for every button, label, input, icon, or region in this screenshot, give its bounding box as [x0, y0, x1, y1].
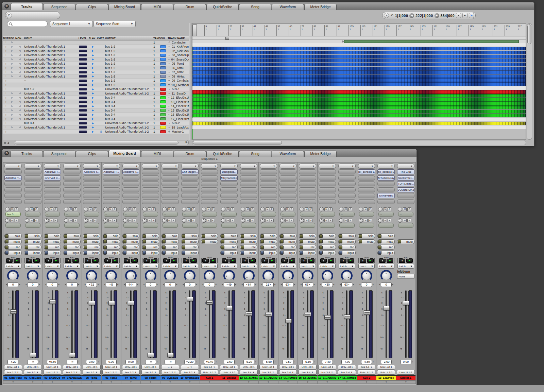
move-handle-icon[interactable]: ↕ [3, 83, 8, 86]
move-handle-icon[interactable]: ↕ [3, 58, 8, 61]
pan-value[interactable]: <64 [243, 283, 254, 287]
track-lanes[interactable] [192, 43, 526, 139]
close-icon[interactable]: ✕ [4, 151, 9, 155]
input-assignment[interactable]: Univ...olt 1 [338, 365, 356, 370]
pan-right-icon[interactable]: ▸ [39, 283, 40, 286]
send-destination[interactable]: -- [123, 212, 139, 217]
color-swatch[interactable] [160, 105, 168, 108]
auto-play-button[interactable]: ▶ [230, 258, 236, 263]
play-enable-icon[interactable]: ▶ [89, 58, 97, 61]
fader-value[interactable]: 0.00 [86, 360, 97, 364]
audio-clip-bar[interactable] [192, 63, 526, 66]
output-assignment[interactable]: bus 1-2▼ [24, 370, 42, 375]
play-enable-icon[interactable]: ▶ [89, 92, 97, 95]
color-swatch[interactable] [160, 83, 168, 86]
input-button[interactable]: input [122, 251, 140, 255]
track-input[interactable]: bus 3-4 [24, 121, 79, 125]
timeline-lane[interactable] [192, 125, 526, 129]
send-knob[interactable] [202, 207, 206, 211]
output-assignment[interactable]: bus 1-2▼ [122, 370, 140, 375]
insert-slot[interactable] [397, 199, 414, 204]
track-output[interactable]: Universal Audio Thunderbolt 1-2 [105, 92, 153, 95]
folddown-dropdown[interactable]: None [397, 274, 414, 279]
insert-slot[interactable] [24, 169, 41, 174]
send-mute-button[interactable]: M [128, 207, 132, 211]
mute-button[interactable]: mute [63, 239, 81, 244]
strip-config-dropdown[interactable]: ▼ [103, 164, 120, 169]
counter-aux[interactable]: 884|000 [441, 14, 455, 18]
move-handle-icon[interactable]: ↕ [3, 113, 8, 116]
move-handle-icon[interactable]: ↕ [3, 88, 8, 91]
send-pre-button[interactable]: P [368, 207, 372, 211]
track-name[interactable]: ~16_ElecGtr2Mic2 [168, 113, 189, 116]
rec-button[interactable]: rec [162, 245, 179, 250]
timeline-marker[interactable] [225, 37, 229, 40]
rec-arm-icon[interactable]: ⊳ [8, 66, 15, 69]
tab-tracks[interactable]: Tracks [11, 151, 43, 157]
track-input[interactable]: Universal Audio Thunderbolt 1 [24, 109, 79, 112]
track-input[interactable]: -- [24, 79, 79, 82]
mute-button[interactable]: mute [338, 239, 356, 244]
auto-record-button[interactable]: ● [65, 258, 71, 263]
monitor-icon[interactable]: ⊲ [15, 113, 24, 116]
send-pre-button[interactable]: P [54, 219, 58, 222]
fader-cap[interactable] [89, 301, 95, 305]
send-knob[interactable] [241, 218, 245, 223]
fader-minus-icon[interactable]: − [320, 361, 321, 363]
solo-button[interactable]: solo [377, 234, 395, 238]
send-pre-button[interactable]: P [231, 219, 234, 222]
output-assignment[interactable]: bus 1-2▼ [4, 370, 22, 375]
fader-plus-icon[interactable]: + [58, 361, 60, 363]
pan-knob[interactable] [282, 270, 294, 282]
take-number[interactable]: 1 [153, 96, 160, 99]
insert-slot[interactable] [83, 187, 100, 192]
insert-slot[interactable] [358, 181, 375, 186]
auto-play-button[interactable]: ▶ [190, 258, 197, 263]
fader-value[interactable]: -5.20 [243, 360, 254, 364]
send-mute-button[interactable]: M [69, 207, 73, 211]
pan-value[interactable]: 0 [27, 283, 38, 287]
move-handle-icon[interactable]: ↕ [3, 126, 8, 129]
automation-mode-dropdown[interactable]: Latch▼ [103, 264, 120, 269]
send-pre-button[interactable]: P [231, 207, 234, 211]
send-pre-button[interactable]: P [309, 207, 313, 211]
track-name[interactable]: ~04_SnareDown [168, 58, 189, 61]
monitor-icon[interactable]: ⊲ [15, 66, 24, 69]
track-input[interactable]: Universal Audio Thunderbolt 1 [24, 104, 79, 108]
monitor-icon[interactable]: ⊲ [15, 58, 24, 61]
monitor-icon[interactable]: ⊲ [15, 109, 24, 112]
track-input[interactable]: Universal Audio Thunderbolt 1 [24, 45, 79, 48]
insert-slot[interactable]: VUMeterMK3 [397, 187, 414, 192]
tab-quickscribe[interactable]: QuickScribe [206, 4, 239, 10]
send-destination[interactable]: -- [45, 223, 60, 228]
strip-name[interactable]: 15_El...r2Mic1 [298, 375, 317, 380]
auto-play-button[interactable]: ▶ [347, 258, 354, 263]
track-output[interactable]: bus 1-2 [105, 49, 153, 53]
input-button[interactable]: input [260, 251, 277, 255]
track-name[interactable]: ≈10_Overheads [168, 83, 189, 87]
color-swatch[interactable] [160, 71, 168, 74]
strip-config-dropdown[interactable]: ▼ [24, 164, 41, 169]
pan-left-icon[interactable]: ◂ [183, 283, 184, 286]
send-mute-button[interactable]: M [285, 219, 289, 222]
fader-track[interactable] [366, 290, 367, 358]
send-pre-button[interactable]: P [388, 219, 391, 222]
auto-record-button[interactable]: ● [45, 258, 52, 263]
fader-cap[interactable] [10, 309, 17, 314]
rec-button[interactable]: rec [319, 245, 336, 250]
insert-slot[interactable] [162, 193, 179, 198]
track-row[interactable]: ↕⊳⊲Universal Audio Thunderbolt 1▶bus 3-4… [3, 108, 189, 113]
pan-right-icon[interactable]: ▸ [78, 283, 80, 286]
send-destination[interactable]: -- [241, 223, 256, 228]
play-enable-icon[interactable]: ▶ [89, 100, 97, 103]
track-input[interactable]: Universal Audio Thunderbolt 1 [24, 53, 79, 57]
track-row[interactable]: ↕⊳⊲Universal Audio Thunderbolt 1▶bus 1-2… [3, 74, 189, 79]
input-button[interactable]: input [83, 251, 100, 255]
fader-cap[interactable] [266, 312, 272, 317]
input-button[interactable]: input [63, 251, 81, 255]
counter-dropdown-icon[interactable]: ▾ [456, 13, 461, 18]
track-name[interactable]: ~18_LeadVox [168, 126, 189, 129]
automation-mode-dropdown[interactable]: Latch▼ [378, 264, 394, 269]
fader-track[interactable] [169, 290, 171, 358]
track-row[interactable]: ↕⊳⊲Universal Audio Thunderbolt 1▶bus 1-2… [3, 45, 189, 49]
